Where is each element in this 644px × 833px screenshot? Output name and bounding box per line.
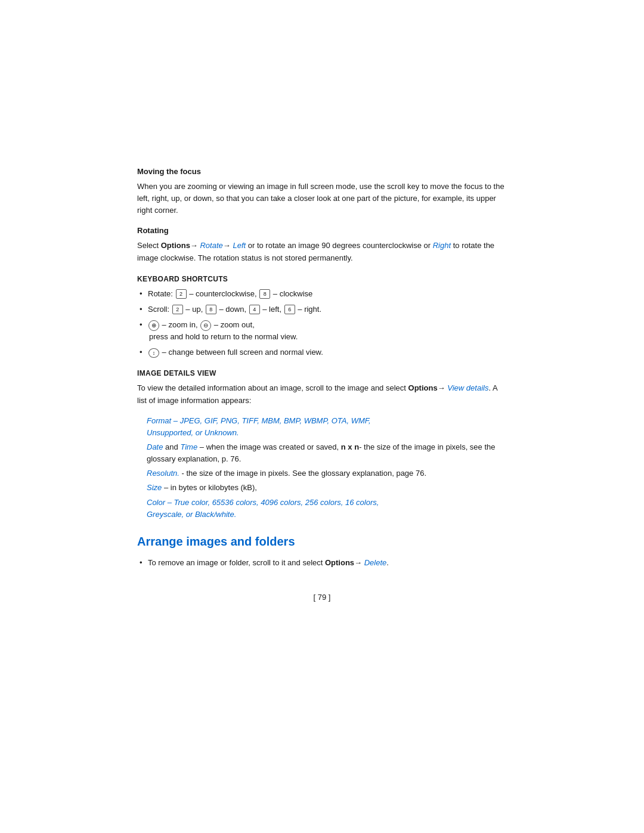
image-details-section: IMAGE DETAILS VIEW To view the detailed … (137, 369, 507, 520)
color-4096: 4096 colors (261, 498, 301, 507)
scroll-right-icon: 6 (284, 305, 295, 314)
format-period: . (237, 428, 239, 437)
resolution-text: Resolutn. - the size of the image in pix… (147, 467, 507, 479)
color-greyscale: Greyscale (147, 510, 182, 519)
keyboard-shortcuts-section: KEYBOARD SHORTCUTS Rotate: 2 – countercl… (137, 275, 507, 359)
image-details-options-bold: Options (408, 383, 438, 392)
color-or: , or (182, 510, 195, 519)
rotate-ccw-icon: 2 (176, 289, 187, 299)
date-label: Date (147, 442, 163, 451)
moving-focus-heading: Moving the focus (137, 167, 507, 176)
page: Moving the focus When you are zooming or… (0, 0, 644, 833)
scroll-left-icon: 4 (249, 305, 260, 314)
rotating-right-link: Right (433, 241, 451, 250)
keyboard-shortcut-zoom: ⊕ – zoom in, ⊖ – zoom out, press and hol… (137, 319, 507, 343)
image-details-view-details-link: View details (447, 383, 488, 392)
date-time-body: – when the image was created or saved, n… (147, 442, 496, 463)
zoom-press-hold-text: press and hold to return to the normal v… (148, 332, 298, 341)
arrange-heading: Arrange images and folders (137, 535, 507, 549)
image-detail-resolution: Resolutn. - the size of the image in pix… (137, 467, 507, 479)
color-256: 256 colors (305, 498, 341, 507)
arrange-section: Arrange images and folders To remove an … (137, 535, 507, 569)
format-text: Format – JPEG, GIF, PNG, TIFF, MBM, BMP,… (147, 415, 507, 439)
color-blackwhite: Black/white (195, 510, 234, 519)
image-detail-size: Size – in bytes or kilobytes (kB), (137, 482, 507, 494)
color-text: Color – True color, 65536 colors, 4096 c… (147, 497, 507, 521)
rotating-section: Rotating Select Options→ Rotate→ Left or… (137, 226, 507, 264)
color-65536: 65536 colors (212, 498, 256, 507)
size-text: Size – in bytes or kilobytes (kB), (147, 482, 507, 494)
keyboard-shortcut-fullscreen: ↕ – change between full screen and norma… (137, 346, 507, 358)
arrange-list: To remove an image or folder, scroll to … (137, 557, 507, 569)
content-area: Moving the focus When you are zooming or… (137, 0, 507, 721)
rotating-body: Select Options→ Rotate→ Left or to rotat… (137, 240, 507, 264)
moving-focus-section: Moving the focus When you are zooming or… (137, 167, 507, 216)
image-detail-date-time: Date and Time – when the image was creat… (137, 441, 507, 465)
format-unknown: Unknown (205, 428, 237, 437)
color-comma1: , (208, 498, 212, 507)
color-label: Color (147, 498, 165, 507)
format-unsupported: Unsupported (147, 428, 191, 437)
color-comma4: , (341, 498, 345, 507)
moving-focus-body: When you are zooming or viewing an image… (137, 181, 507, 216)
image-detail-color: Color – True color, 65536 colors, 4096 c… (137, 497, 507, 521)
time-label: Time (180, 442, 197, 451)
keyboard-shortcuts-heading: KEYBOARD SHORTCUTS (137, 275, 507, 283)
color-comma3: , (301, 498, 305, 507)
resolution-label: Resolutn. (147, 469, 179, 478)
keyboard-shortcut-rotate: Rotate: 2 – counterclockwise, 8 – clockw… (137, 288, 507, 300)
image-details-heading: IMAGE DETAILS VIEW (137, 369, 507, 377)
scroll-up-icon: 2 (172, 305, 183, 314)
resolution-body: - the size of the image in pixels. See t… (179, 469, 426, 478)
scroll-down-icon: 8 (206, 305, 216, 314)
arrange-options-bold: Options (325, 558, 354, 567)
format-dash: – JPEG, GIF, PNG, TIFF, MBM, BMP, WBMP, … (171, 416, 370, 425)
color-16: 16 colors (345, 498, 377, 507)
date-time-text: Date and Time – when the image was creat… (147, 441, 507, 465)
image-details-intro: To view the detailed information about a… (137, 382, 507, 406)
format-label: Format (147, 416, 171, 425)
color-dash: – (165, 498, 174, 507)
color-comma5: , (377, 498, 379, 507)
fullscreen-icon: ↕ (148, 348, 159, 358)
size-label: Size (147, 483, 162, 492)
date-and: and (163, 442, 180, 451)
arrange-delete-link: Delete (364, 558, 387, 567)
rotating-heading: Rotating (137, 226, 507, 235)
zoom-out-icon: ⊖ (200, 320, 211, 331)
zoom-in-icon: ⊕ (148, 320, 159, 331)
color-true: True color (174, 498, 208, 507)
image-detail-format: Format – JPEG, GIF, PNG, TIFF, MBM, BMP,… (137, 415, 507, 439)
rotating-left-link: Left (233, 241, 246, 250)
keyboard-shortcut-scroll: Scroll: 2 – up, 8 – down, 4 – left, 6 – … (137, 304, 507, 315)
keyboard-shortcuts-list: Rotate: 2 – counterclockwise, 8 – clockw… (137, 288, 507, 359)
page-number: [ 79 ] (137, 593, 507, 602)
rotate-cw-icon: 8 (259, 289, 270, 299)
size-body: – in bytes or kilobytes (kB), (162, 483, 257, 492)
rotating-rotate-link: Rotate (200, 241, 222, 250)
rotating-options-bold: Options (161, 241, 190, 250)
color-period: . (234, 510, 237, 519)
arrange-delete-item: To remove an image or folder, scroll to … (137, 557, 507, 569)
format-or: , or (191, 428, 204, 437)
